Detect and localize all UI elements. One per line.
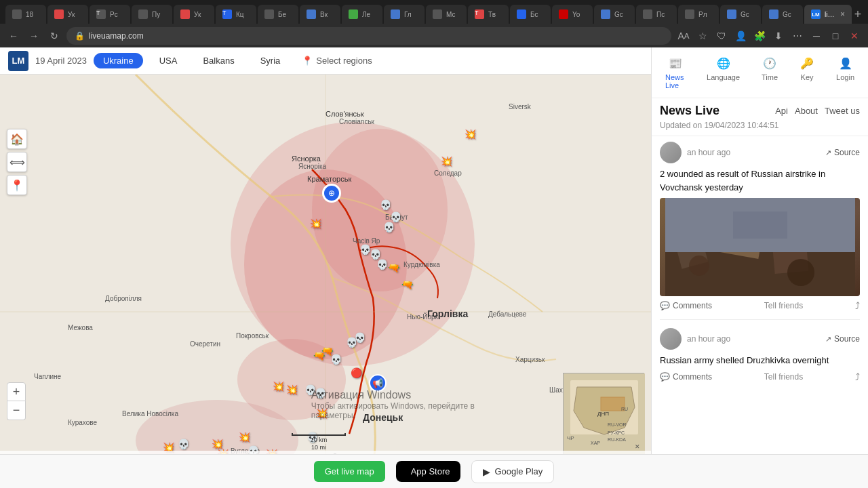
minimize-button[interactable]: ─ <box>808 28 825 44</box>
google-play-button[interactable]: ▶ Google Play <box>471 460 554 483</box>
sidebar-nav-key[interactable]: 🔑 Key <box>794 53 820 92</box>
tab-gc1[interactable]: Gc <box>594 5 635 24</box>
tab-uk1[interactable]: Ук <box>47 5 88 24</box>
source-link-2[interactable]: ↗ Source <box>825 334 860 344</box>
back-button[interactable]: ← <box>5 28 22 44</box>
marker-mil-5[interactable]: 💀 <box>383 222 395 232</box>
marker-mil-21[interactable]: 💥 <box>286 384 298 395</box>
about-link[interactable]: About <box>795 106 818 116</box>
marker-mil-2[interactable]: 💥 <box>441 156 452 167</box>
marker-mil-16[interactable]: 💀 <box>354 332 366 343</box>
svg-text:РУ-КРС: РУ-КРС <box>608 430 625 435</box>
region-ukraine[interactable]: Ukraine <box>94 53 143 68</box>
marker-mil-22[interactable]: 💥 <box>273 381 284 392</box>
map-ctrl-home[interactable]: 🏠 <box>7 129 27 149</box>
tab-rl[interactable]: Рл <box>678 5 719 24</box>
marker-mil-32[interactable]: 💀 <box>178 439 189 449</box>
sidebar-nav-news[interactable]: 📰 News Live <box>660 53 690 92</box>
source-link-1[interactable]: ↗ Source <box>825 148 860 157</box>
tweet-link[interactable]: Tweet us <box>825 106 860 116</box>
minimap-close[interactable]: ✕ <box>635 443 640 450</box>
comments-button-2[interactable]: 💬 Comments <box>660 372 712 382</box>
profile-icon[interactable]: 👤 <box>732 28 749 44</box>
api-link[interactable]: Api <box>775 106 788 116</box>
tab-vk[interactable]: Вк <box>300 5 340 24</box>
app-store-button[interactable]: App Store <box>396 461 461 482</box>
site-logo[interactable]: LM <box>8 51 28 71</box>
marker-mil-14[interactable]: 💀 <box>330 354 342 365</box>
map-canvas[interactable]: Слов'янськ Словіanськ Siversk Яснорка Яс… <box>0 75 651 488</box>
tab-bs[interactable]: Бс <box>510 5 551 24</box>
tab-gl[interactable]: Гл <box>384 5 425 24</box>
zoom-in-button[interactable]: + <box>7 382 26 401</box>
map-svg <box>0 75 651 481</box>
marker-mil-17[interactable]: 🔴 <box>351 367 362 378</box>
tab-kts[interactable]: Т Кц <box>216 5 256 24</box>
external-link-icon-1: ↗ <box>825 148 831 157</box>
marker-kramatorsk[interactable]: ⊕ <box>322 184 341 203</box>
share-icon-2[interactable]: ⤴ <box>855 371 860 382</box>
address-bar[interactable]: 🔒 liveuamap.com <box>66 27 671 45</box>
marker-mil-11[interactable]: 💀 <box>359 244 371 255</box>
forward-button[interactable]: → <box>26 28 42 44</box>
marker-mil-7[interactable]: 💀 <box>376 259 388 270</box>
browser-chrome: 18 Ук Т Рс Пу Ук Т Кц Бе Вк <box>0 0 868 47</box>
svg-text:ХАР: ХАР <box>591 441 600 445</box>
region-usa[interactable]: USA <box>150 53 187 68</box>
downloads-icon[interactable]: ⬇ <box>770 28 787 44</box>
get-live-map-button[interactable]: Get live map <box>314 461 385 482</box>
region-syria[interactable]: Syria <box>251 53 290 68</box>
tab-be[interactable]: Бе <box>258 5 298 24</box>
tab-gc2[interactable]: Gc <box>720 5 761 24</box>
share-icon-1[interactable]: ⤴ <box>855 300 860 311</box>
nav-bar: ← → ↻ 🔒 liveuamap.com AA ☆ 🛡 👤 🧩 ⬇ ⋯ ─ □… <box>0 24 868 47</box>
restore-button[interactable]: □ <box>827 28 844 44</box>
marker-mil-26[interactable]: 💥 <box>212 439 223 449</box>
new-tab-button[interactable]: + <box>853 5 863 24</box>
news-time-1: an hour ago <box>687 148 730 157</box>
marker-mil-8[interactable]: 🔫 <box>388 262 399 273</box>
sidebar-nav-time[interactable]: 🕐 Time <box>756 53 783 92</box>
marker-mil-6[interactable]: 💀 <box>370 249 381 260</box>
reload-button[interactable]: ↻ <box>46 28 62 44</box>
tab-pu[interactable]: Пу <box>132 5 172 24</box>
news-avatar-2 <box>660 328 682 350</box>
marker-mil-10[interactable]: 💥 <box>310 218 321 229</box>
comments-button-1[interactable]: 💬 Comments <box>660 301 712 310</box>
tab-liveuamap[interactable]: LM liveuamap.com × <box>804 5 852 24</box>
marker-mil-4[interactable]: 💀 <box>390 211 401 222</box>
address-text: liveuamap.com <box>89 31 144 41</box>
map-ctrl-arrows[interactable]: ⟺ <box>7 152 27 172</box>
region-balkans[interactable]: Balkans <box>193 53 243 68</box>
news-actions-1: 💬 Comments Tell friends ⤴ <box>660 300 860 311</box>
zoom-out-button[interactable]: − <box>7 401 26 420</box>
tab-uk2[interactable]: Ук <box>174 5 214 24</box>
tab-rs[interactable]: Т Рс <box>90 5 130 24</box>
sidebar-nav-login[interactable]: 👤 Login <box>831 53 860 92</box>
tell-friends-1[interactable]: Tell friends <box>764 301 803 310</box>
marker-mil-25[interactable]: 💥 <box>239 432 250 443</box>
tab-ps[interactable]: Пс <box>636 5 677 24</box>
news-scroll: an hour ago ↗ Source 2 wounded as result… <box>652 136 868 488</box>
translate-icon[interactable]: AA <box>675 28 692 44</box>
bookmark-icon[interactable]: ☆ <box>694 28 711 44</box>
extensions-icon[interactable]: 🧩 <box>751 28 768 44</box>
marker-mil-1[interactable]: 💥 <box>465 129 476 140</box>
tab-le[interactable]: Ле <box>342 5 382 24</box>
sidebar-nav-language[interactable]: 🌐 Language <box>701 53 745 92</box>
tab-yo[interactable]: Yo <box>552 5 593 24</box>
windows-activation: Активация Windows Чтобы активировать Win… <box>311 389 475 420</box>
shield-icon[interactable]: 🛡 <box>713 28 730 44</box>
close-button[interactable]: ✕ <box>846 28 863 44</box>
tab-18[interactable]: 18 <box>5 5 46 24</box>
marker-mil-3[interactable]: 💀 <box>380 199 391 210</box>
map-ctrl-location[interactable]: 📍 <box>7 175 27 195</box>
tab-gc3[interactable]: Gc <box>762 5 803 24</box>
settings-icon[interactable]: ⋯ <box>789 28 806 44</box>
minimap: ЧР RU-VOR РУ-КРС ХАР RU RU-KDA ДНП ✕ <box>563 373 644 454</box>
select-regions-button[interactable]: 📍 Select regions <box>302 56 372 66</box>
tell-friends-2[interactable]: Tell friends <box>764 372 803 382</box>
marker-mil-9[interactable]: 🔫 <box>401 279 413 290</box>
tab-tv[interactable]: Т Тв <box>468 5 509 24</box>
tab-ms[interactable]: Мс <box>426 5 467 24</box>
